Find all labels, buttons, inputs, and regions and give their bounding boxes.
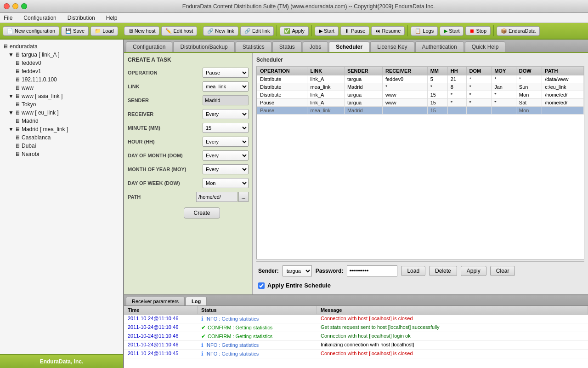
menu-help[interactable]: Help [104, 14, 119, 22]
hour-select[interactable]: Every 0 6 12 [203, 137, 249, 147]
tree-item-nairobi[interactable]: 🖥 Nairobi [2, 150, 121, 158]
tree-item-enduradata[interactable]: 🖥 enduradata [2, 42, 121, 51]
moy-select[interactable]: Every Jan Feb [203, 164, 249, 174]
tree-item-casablanca[interactable]: 🖥 Casablanca [2, 133, 121, 142]
table-row[interactable]: Distributemea_linkMadrid**8*JanSunc:\eu_… [257, 83, 584, 91]
tree-item-feddev0[interactable]: 🖥 feddev0 [2, 59, 121, 67]
enduradata-button[interactable]: 📦 EnduraData [497, 26, 540, 36]
close-btn[interactable] [4, 3, 10, 9]
minute-label: MINUTE (MM) [128, 125, 203, 131]
maximize-btn[interactable] [21, 3, 27, 9]
resume-button[interactable]: ⏭ Resume [371, 26, 405, 35]
delete-schedule-button[interactable]: Delete [429, 266, 457, 276]
operation-select[interactable]: Pause Distribute Resume [203, 68, 249, 78]
sender-row: SENDER [128, 95, 249, 105]
log-message: Connection with host [localhost] is clos… [317, 350, 588, 358]
tree-item-madrid[interactable]: 🖥 Madrid [2, 117, 121, 125]
path-input[interactable] [196, 192, 237, 202]
minute-select[interactable]: Every 15 0 5 10 30 45 [203, 123, 249, 133]
password-field[interactable] [347, 265, 397, 276]
apply-button[interactable]: ✅ Apply [280, 26, 309, 36]
start-button[interactable]: ▶ Start [315, 26, 339, 36]
tree-item-mea[interactable]: ▼ 🖥 Madrid [ mea_link ] [2, 125, 121, 133]
browse-button[interactable]: ... [238, 192, 249, 202]
tree-item-dubai[interactable]: 🖥 Dubai [2, 142, 121, 150]
stop-button[interactable]: ⏹ Stop [465, 26, 491, 35]
receiver-control: Every Casablanca Dubai Nairobi [203, 109, 249, 119]
computer-icon: 🖥 [15, 68, 20, 75]
dom-label: DAY OF MONTH (DOM) [128, 153, 203, 158]
tree-item-feddev1[interactable]: 🖥 feddev1 [2, 67, 121, 75]
separator-5 [407, 25, 408, 36]
new-configuration-button[interactable]: 📄 New configuration [3, 26, 59, 36]
table-row[interactable]: Pauselink_Atarguawww15***Sat/home/ed/ [257, 99, 584, 107]
play-icon: ▶ [444, 28, 447, 34]
table-row[interactable]: Pausemea_linkMadrid15Mon [257, 107, 584, 115]
scheduler-table: OPERATION LINK SENDER RECEIVER MM HH DOM… [257, 66, 584, 115]
tree-item-eu[interactable]: ▼ 🖥 www [ eu_link ] [2, 109, 121, 117]
edit-host-button[interactable]: ✏️ Edit host [161, 26, 197, 36]
dom-select[interactable]: Every 1 15 [203, 150, 249, 161]
receiver-select[interactable]: Every Casablanca Dubai Nairobi [203, 109, 249, 119]
status-text: INFO : Getting statistics [205, 316, 259, 322]
tree-item-192[interactable]: 🖥 192.111.0.100 [2, 75, 121, 84]
path-label: PATH [128, 194, 196, 200]
tab-quickhelp[interactable]: Quick Help [465, 41, 506, 52]
resume-icon: ⏭ [375, 28, 380, 34]
separator-4 [311, 25, 312, 36]
operation-control: Pause Distribute Resume [203, 68, 249, 78]
log-status: ✔CONFIRM : Getting statistics [198, 332, 317, 340]
log-status: ℹINFO : Getting statistics [198, 315, 317, 323]
menu-distribution[interactable]: Distribution [66, 14, 97, 22]
start2-button[interactable]: ▶ Start [440, 26, 464, 36]
menu-file[interactable]: File [2, 14, 14, 22]
load-schedule-button[interactable]: Load [401, 266, 425, 276]
tab-distribution[interactable]: Distribution/Backup [173, 41, 234, 52]
tab-authentication[interactable]: Authentication [415, 41, 464, 52]
tree-item-asia[interactable]: ▼ 🖥 www [ asia_link ] [2, 92, 121, 100]
pause-button[interactable]: ⏸ Pause [340, 26, 369, 35]
new-host-button[interactable]: 🖥 New host [124, 26, 160, 35]
sender-field-label: Sender: [258, 268, 279, 274]
logs-button[interactable]: 📋 Logs [411, 26, 438, 36]
edit-link-button[interactable]: 🔗 Edit link [240, 26, 274, 36]
tab-jobs[interactable]: Jobs [303, 41, 328, 52]
minimize-btn[interactable] [12, 3, 18, 9]
new-link-button[interactable]: 🔗 New link [203, 26, 238, 36]
title-bar: EnduraData Content Distribution Suite (T… [0, 0, 588, 13]
log-time: 2011-10-24@11:10:46 [124, 341, 198, 349]
log-message: Get stats request sent to host [localhos… [317, 323, 588, 332]
stop-icon: ⏹ [469, 28, 475, 34]
sender-dropdown[interactable]: targua Madrid [283, 265, 312, 276]
tab-scheduler[interactable]: Scheduler [329, 41, 369, 52]
dom-control: Every 1 15 [203, 150, 249, 161]
create-button[interactable]: Create [184, 207, 220, 218]
apply-entire-schedule-checkbox[interactable] [258, 282, 265, 289]
content-panel: Configuration Distribution/Backup Statis… [124, 40, 588, 368]
link-select[interactable]: mea_link link_A asia_link eu_link [203, 81, 249, 92]
tab-statistics[interactable]: Statistics [236, 41, 271, 52]
tree-item-tokyo[interactable]: 🖥 Tokyo [2, 100, 121, 109]
status-text: CONFIRM : Getting statistics [208, 325, 272, 330]
dow-select[interactable]: Mon Tue Wed Thu Fri Sat Sun Every [203, 178, 249, 188]
moy-control: Every Jan Feb [203, 164, 249, 174]
tab-licensekey[interactable]: License Key [370, 41, 414, 52]
table-row[interactable]: Distributelink_Atarguafeddev0521***/data… [257, 75, 584, 83]
window-title: EnduraData Content Distribution Suite (T… [33, 3, 584, 10]
load-button[interactable]: 📁 Load [90, 26, 118, 36]
menu-configuration[interactable]: Configuration [22, 14, 58, 22]
moy-label: MONTH OF YEAR (MOY) [128, 167, 203, 172]
table-row[interactable]: Distributelink_Atarguawww15***Mon/home/e… [257, 91, 584, 99]
log-col-status: Status [198, 306, 317, 314]
tree-item-targua[interactable]: ▼ 🖥 targua [ link_A ] [2, 51, 121, 59]
tab-configuration[interactable]: Configuration [126, 41, 172, 52]
log-tab-log[interactable]: Log [186, 297, 207, 305]
middle-section: CREATE A TASK OPERATION Pause Distribute… [124, 53, 588, 294]
tab-status[interactable]: Status [272, 41, 302, 52]
apply-schedule-button[interactable]: Apply [461, 266, 486, 276]
save-button[interactable]: 💾 Save [61, 26, 89, 36]
tree-item-www[interactable]: 🖥 www [2, 84, 121, 92]
log-tab-receiver-params[interactable]: Receiver parameters [126, 297, 185, 305]
sender-input[interactable] [203, 95, 249, 105]
clear-schedule-button[interactable]: Clear [490, 266, 515, 276]
